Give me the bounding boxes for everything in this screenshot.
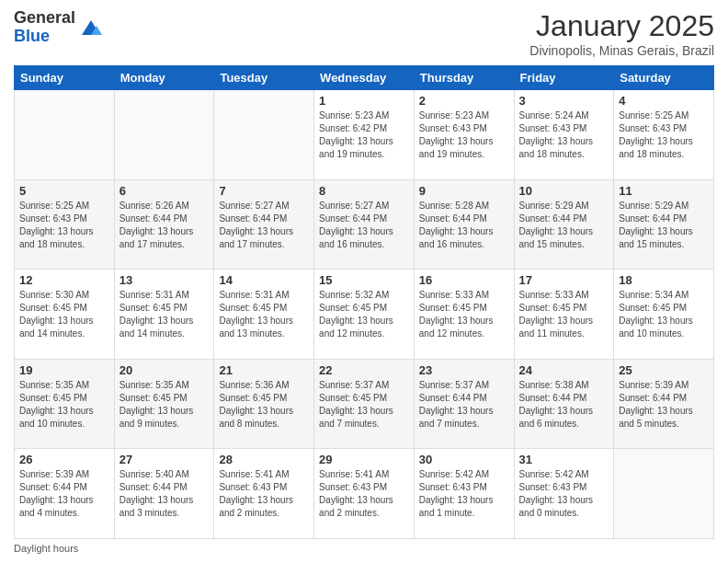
day-info: Sunrise: 5:32 AM Sunset: 6:45 PM Dayligh…	[319, 289, 409, 340]
day-cell: 15Sunrise: 5:32 AM Sunset: 6:45 PM Dayli…	[314, 270, 415, 360]
day-info: Sunrise: 5:37 AM Sunset: 6:44 PM Dayligh…	[419, 379, 509, 431]
day-info: Sunrise: 5:41 AM Sunset: 6:43 PM Dayligh…	[219, 468, 309, 520]
day-info: Sunrise: 5:23 AM Sunset: 6:42 PM Dayligh…	[319, 109, 409, 161]
day-number: 4	[619, 94, 709, 108]
day-number: 13	[119, 273, 210, 287]
day-number: 24	[519, 363, 609, 377]
day-cell: 9Sunrise: 5:28 AM Sunset: 6:44 PM Daylig…	[414, 179, 514, 270]
day-info: Sunrise: 5:31 AM Sunset: 6:45 PM Dayligh…	[219, 289, 309, 340]
title-block: January 2025 Divinopolis, Minas Gerais, …	[529, 9, 714, 58]
day-number: 21	[219, 363, 309, 377]
footer: Daylight hours	[14, 543, 714, 554]
day-info: Sunrise: 5:31 AM Sunset: 6:45 PM Dayligh…	[119, 289, 210, 340]
day-number: 28	[219, 453, 309, 466]
day-number: 30	[419, 453, 509, 466]
day-number: 9	[419, 184, 509, 198]
day-cell: 27Sunrise: 5:40 AM Sunset: 6:44 PM Dayli…	[114, 449, 214, 539]
logo-icon	[78, 15, 104, 40]
week-row-5: 26Sunrise: 5:39 AM Sunset: 6:44 PM Dayli…	[15, 449, 714, 539]
day-info: Sunrise: 5:39 AM Sunset: 6:44 PM Dayligh…	[619, 379, 709, 431]
month-title: January 2025	[529, 9, 714, 43]
weekday-header-friday: Friday	[514, 66, 614, 90]
day-cell: 2Sunrise: 5:23 AM Sunset: 6:43 PM Daylig…	[414, 90, 514, 180]
logo: General Blue	[14, 9, 104, 46]
day-info: Sunrise: 5:42 AM Sunset: 6:43 PM Dayligh…	[519, 468, 609, 520]
day-info: Sunrise: 5:36 AM Sunset: 6:45 PM Dayligh…	[219, 379, 309, 431]
day-number: 27	[119, 453, 210, 466]
day-number: 3	[519, 94, 609, 108]
day-cell: 22Sunrise: 5:37 AM Sunset: 6:45 PM Dayli…	[314, 359, 415, 449]
day-cell: 14Sunrise: 5:31 AM Sunset: 6:45 PM Dayli…	[214, 270, 314, 360]
weekday-header-wednesday: Wednesday	[314, 66, 415, 90]
day-cell: 24Sunrise: 5:38 AM Sunset: 6:44 PM Dayli…	[514, 359, 614, 449]
day-number: 18	[619, 273, 709, 287]
weekday-header-thursday: Thursday	[414, 66, 514, 90]
day-cell: 17Sunrise: 5:33 AM Sunset: 6:45 PM Dayli…	[514, 270, 614, 360]
day-cell: 6Sunrise: 5:26 AM Sunset: 6:44 PM Daylig…	[114, 179, 214, 270]
day-number: 17	[519, 273, 609, 287]
day-info: Sunrise: 5:35 AM Sunset: 6:45 PM Dayligh…	[119, 379, 210, 431]
day-number: 5	[19, 184, 109, 198]
day-cell: 16Sunrise: 5:33 AM Sunset: 6:45 PM Dayli…	[414, 270, 514, 360]
week-row-3: 12Sunrise: 5:30 AM Sunset: 6:45 PM Dayli…	[15, 270, 714, 360]
day-info: Sunrise: 5:26 AM Sunset: 6:44 PM Dayligh…	[119, 200, 210, 251]
day-cell: 4Sunrise: 5:25 AM Sunset: 6:43 PM Daylig…	[614, 90, 714, 180]
day-info: Sunrise: 5:24 AM Sunset: 6:43 PM Dayligh…	[519, 109, 609, 161]
day-cell: 21Sunrise: 5:36 AM Sunset: 6:45 PM Dayli…	[214, 359, 314, 449]
day-cell	[114, 90, 214, 180]
day-cell	[214, 90, 314, 180]
day-cell: 25Sunrise: 5:39 AM Sunset: 6:44 PM Dayli…	[614, 359, 714, 449]
day-number: 19	[19, 363, 109, 377]
day-cell: 5Sunrise: 5:25 AM Sunset: 6:43 PM Daylig…	[15, 179, 115, 270]
day-number: 7	[219, 184, 309, 198]
day-cell: 23Sunrise: 5:37 AM Sunset: 6:44 PM Dayli…	[414, 359, 514, 449]
day-number: 23	[419, 363, 509, 377]
day-cell: 18Sunrise: 5:34 AM Sunset: 6:45 PM Dayli…	[614, 270, 714, 360]
day-cell	[614, 449, 714, 539]
day-info: Sunrise: 5:29 AM Sunset: 6:44 PM Dayligh…	[519, 200, 609, 251]
day-number: 16	[419, 273, 509, 287]
day-cell: 19Sunrise: 5:35 AM Sunset: 6:45 PM Dayli…	[15, 359, 115, 449]
day-cell: 28Sunrise: 5:41 AM Sunset: 6:43 PM Dayli…	[214, 449, 314, 539]
day-info: Sunrise: 5:28 AM Sunset: 6:44 PM Dayligh…	[419, 200, 509, 251]
day-info: Sunrise: 5:41 AM Sunset: 6:43 PM Dayligh…	[319, 468, 409, 520]
day-number: 20	[119, 363, 210, 377]
day-info: Sunrise: 5:38 AM Sunset: 6:44 PM Dayligh…	[519, 379, 609, 431]
day-cell: 11Sunrise: 5:29 AM Sunset: 6:44 PM Dayli…	[614, 179, 714, 270]
day-number: 2	[419, 94, 509, 108]
day-info: Sunrise: 5:25 AM Sunset: 6:43 PM Dayligh…	[19, 200, 109, 251]
weekday-header-row: SundayMondayTuesdayWednesdayThursdayFrid…	[15, 66, 714, 90]
day-number: 31	[519, 453, 609, 466]
day-cell: 30Sunrise: 5:42 AM Sunset: 6:43 PM Dayli…	[414, 449, 514, 539]
day-info: Sunrise: 5:37 AM Sunset: 6:45 PM Dayligh…	[319, 379, 409, 431]
day-cell: 31Sunrise: 5:42 AM Sunset: 6:43 PM Dayli…	[514, 449, 614, 539]
day-number: 14	[219, 273, 309, 287]
day-number: 25	[619, 363, 709, 377]
day-number: 26	[19, 453, 109, 466]
logo-blue-text: Blue	[14, 27, 50, 45]
day-number: 12	[19, 273, 109, 287]
day-info: Sunrise: 5:40 AM Sunset: 6:44 PM Dayligh…	[119, 468, 210, 520]
calendar-table: SundayMondayTuesdayWednesdayThursdayFrid…	[14, 65, 714, 539]
weekday-header-tuesday: Tuesday	[214, 66, 314, 90]
day-number: 11	[619, 184, 709, 198]
day-info: Sunrise: 5:29 AM Sunset: 6:44 PM Dayligh…	[619, 200, 709, 251]
weekday-header-saturday: Saturday	[614, 66, 714, 90]
day-number: 6	[119, 184, 210, 198]
day-number: 8	[319, 184, 409, 198]
day-info: Sunrise: 5:33 AM Sunset: 6:45 PM Dayligh…	[419, 289, 509, 340]
week-row-2: 5Sunrise: 5:25 AM Sunset: 6:43 PM Daylig…	[15, 179, 714, 270]
day-info: Sunrise: 5:30 AM Sunset: 6:45 PM Dayligh…	[19, 289, 109, 340]
header: General Blue January 2025 Divinopolis, M…	[14, 9, 714, 58]
day-info: Sunrise: 5:27 AM Sunset: 6:44 PM Dayligh…	[219, 200, 309, 251]
day-info: Sunrise: 5:23 AM Sunset: 6:43 PM Dayligh…	[419, 109, 509, 161]
day-cell: 29Sunrise: 5:41 AM Sunset: 6:43 PM Dayli…	[314, 449, 415, 539]
day-cell: 1Sunrise: 5:23 AM Sunset: 6:42 PM Daylig…	[314, 90, 415, 180]
day-info: Sunrise: 5:39 AM Sunset: 6:44 PM Dayligh…	[19, 468, 109, 520]
day-cell: 26Sunrise: 5:39 AM Sunset: 6:44 PM Dayli…	[15, 449, 115, 539]
day-info: Sunrise: 5:33 AM Sunset: 6:45 PM Dayligh…	[519, 289, 609, 340]
location: Divinopolis, Minas Gerais, Brazil	[529, 43, 714, 58]
day-info: Sunrise: 5:34 AM Sunset: 6:45 PM Dayligh…	[619, 289, 709, 340]
day-info: Sunrise: 5:42 AM Sunset: 6:43 PM Dayligh…	[419, 468, 509, 520]
day-number: 1	[319, 94, 409, 108]
